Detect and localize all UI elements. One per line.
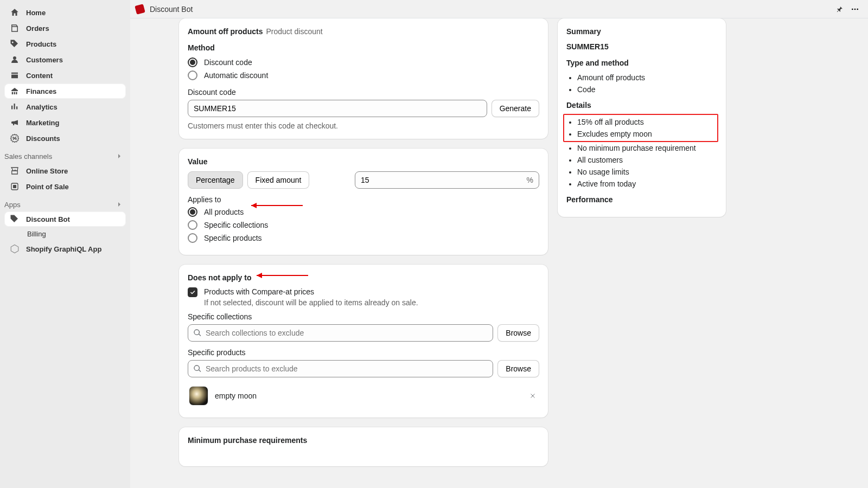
summary-item: Code — [577, 84, 717, 95]
nav-label: Analytics — [26, 103, 58, 111]
chevron-right-icon — [115, 152, 124, 160]
radio-label: Automatic discount — [204, 71, 268, 80]
min-purchase-heading: Minimum purchase requirements — [188, 436, 539, 445]
pin-button[interactable] — [832, 2, 847, 17]
sidebar-item-analytics[interactable]: Analytics — [4, 99, 126, 114]
sidebar-item-marketing[interactable]: Marketing — [4, 115, 126, 130]
radio-label: Specific products — [204, 234, 262, 242]
sidebar-item-discounts[interactable]: Discounts — [4, 131, 126, 146]
browse-collections-button[interactable]: Browse — [497, 324, 539, 342]
summary-item: Active from today — [577, 178, 717, 190]
nav-label: Point of Sale — [26, 183, 69, 191]
sidebar: Home Orders Products Customers Content F… — [0, 0, 130, 488]
page-title: Discount Bot — [150, 5, 193, 14]
value-heading: Value — [188, 157, 539, 166]
svg-point-2 — [857, 8, 858, 10]
discount-code-label: Discount code — [188, 88, 539, 97]
value-input-wrap[interactable]: % — [355, 171, 539, 189]
summary-performance-heading: Performance — [566, 195, 717, 204]
nav-label: Discount Bot — [26, 215, 70, 223]
store-icon — [10, 166, 20, 176]
nav-label: Content — [26, 72, 53, 80]
segment-fixed-amount[interactable]: Fixed amount — [247, 171, 310, 189]
pin-icon — [836, 5, 844, 13]
exclude-products-search[interactable] — [188, 360, 493, 377]
sidebar-item-discount-bot[interactable]: Discount Bot — [4, 211, 126, 227]
sidebar-item-pos[interactable]: Point of Sale — [4, 179, 126, 194]
nav-label: Home — [26, 9, 46, 17]
radio-specific-collections[interactable]: Specific collections — [188, 220, 539, 230]
summary-type-method-heading: Type and method — [566, 59, 717, 67]
nav-label: Products — [26, 40, 56, 48]
generate-button[interactable]: Generate — [492, 100, 539, 117]
checkbox-compare-at[interactable]: Products with Compare-at prices If not s… — [188, 287, 539, 307]
exclude-collections-search[interactable] — [188, 324, 493, 342]
radio-icon — [188, 220, 197, 230]
summary-card: Summary SUMMER15 Type and method Amount … — [558, 18, 726, 217]
summary-item: No minimum purchase requirement — [577, 142, 717, 154]
svg-point-1 — [854, 8, 856, 10]
close-icon — [529, 393, 536, 399]
value-unit: % — [527, 176, 533, 184]
radio-icon — [188, 57, 197, 67]
card-title: Amount off products — [188, 27, 263, 36]
sidebar-item-products[interactable]: Products — [4, 36, 126, 52]
nav-label: Orders — [26, 24, 49, 33]
checkbox-help: If not selected, discount will be applie… — [204, 298, 418, 307]
summary-item: Amount off products — [577, 72, 717, 84]
discount-code-input[interactable] — [188, 100, 487, 117]
radio-icon — [188, 207, 197, 217]
sidebar-item-home[interactable]: Home — [4, 5, 126, 20]
exclude-heading: Does not apply to — [188, 273, 539, 282]
sidebar-item-graphiql[interactable]: Shopify GraphiQL App — [4, 241, 126, 256]
checkbox-icon — [188, 287, 197, 297]
search-icon — [193, 329, 202, 337]
radio-discount-code[interactable]: Discount code — [188, 57, 539, 67]
content-icon — [10, 70, 20, 80]
sidebar-item-content[interactable]: Content — [4, 68, 126, 83]
nav-label: Shopify GraphiQL App — [26, 245, 101, 253]
summary-item: All customers — [577, 154, 717, 166]
customers-icon — [10, 55, 20, 65]
exclude-products-label: Specific products — [188, 348, 539, 357]
summary-details-heading: Details — [566, 101, 717, 110]
excluded-product-chip: empty moon — [188, 383, 539, 409]
chevron-right-icon — [115, 200, 124, 209]
topbar: Discount Bot — [130, 0, 868, 18]
value-amount-input[interactable] — [361, 172, 527, 188]
value-card: Value Percentage Fixed amount % Applies … — [179, 149, 548, 255]
sidebar-item-customers[interactable]: Customers — [4, 52, 126, 67]
apps-heading[interactable]: Apps — [0, 195, 130, 211]
summary-code: SUMMER15 — [566, 42, 717, 51]
main-content: Amount off products Product discount Met… — [130, 18, 868, 488]
radio-all-products[interactable]: All products — [188, 207, 539, 217]
app-tag-icon — [135, 4, 145, 15]
browse-products-button[interactable]: Browse — [497, 360, 539, 377]
radio-label: Discount code — [204, 58, 252, 67]
discount-code-help: Customers must enter this code at checko… — [188, 121, 539, 130]
applies-to-label: Applies to — [188, 195, 539, 204]
radio-specific-products[interactable]: Specific products — [188, 233, 539, 243]
pos-icon — [10, 182, 20, 191]
remove-product-button[interactable] — [527, 390, 538, 401]
segment-percentage[interactable]: Percentage — [188, 171, 243, 189]
method-card: Amount off products Product discount Met… — [179, 18, 548, 139]
sidebar-item-finances[interactable]: Finances — [4, 84, 126, 99]
svg-point-0 — [852, 8, 853, 10]
more-button[interactable] — [847, 2, 863, 17]
sidebar-item-orders[interactable]: Orders — [4, 21, 126, 36]
min-purchase-card: Minimum purchase requirements — [179, 427, 548, 466]
finances-icon — [10, 86, 20, 96]
summary-item: 15% off all products — [577, 116, 715, 128]
radio-icon — [188, 233, 197, 243]
sidebar-item-online-store[interactable]: Online Store — [4, 163, 126, 178]
nav-label: Billing — [27, 230, 46, 238]
nav-label: Online Store — [26, 167, 68, 175]
sales-channels-heading[interactable]: Sales channels — [0, 146, 130, 163]
radio-automatic-discount[interactable]: Automatic discount — [188, 70, 539, 80]
orders-icon — [10, 23, 20, 33]
summary-item: Excludes empty moon — [577, 128, 715, 140]
sidebar-item-billing[interactable]: Billing — [4, 227, 126, 241]
card-subtitle: Product discount — [266, 27, 322, 36]
home-icon — [10, 8, 20, 17]
